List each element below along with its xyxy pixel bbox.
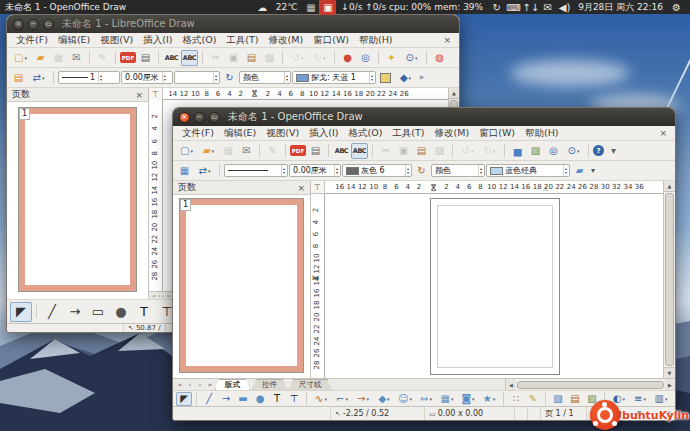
spinner[interactable]: ▴▾ [98,72,103,83]
edit-points-icon[interactable]: ∷ [508,392,524,406]
help-icon[interactable]: ? [593,145,604,156]
rectangle-icon[interactable]: ▭ [87,302,109,322]
mail-icon[interactable]: ✉ [539,0,556,15]
close-button[interactable]: × [13,19,24,30]
maximize-button[interactable]: ▭ [209,112,220,123]
document-page[interactable] [430,198,560,375]
menu-item[interactable]: 插入(I) [304,127,343,140]
next-tab-icon[interactable]: › [195,381,205,389]
spinner[interactable]: ▴▾ [405,165,410,176]
maximize-button[interactable]: ▭ [43,19,54,30]
callouts-icon[interactable]: ◙ [458,392,478,406]
shadow-icon[interactable] [377,70,394,86]
scrollbar-thumb[interactable] [665,193,674,366]
email-icon[interactable]: ✉ [238,143,255,159]
session-gear-icon[interactable]: ⚙ [668,0,685,15]
menu-item[interactable]: 窗口(W) [474,127,520,140]
toolbar-options-icon[interactable]: ▾ [605,143,622,159]
line-width-input[interactable]: 0.00厘米 ▴▾ [121,71,173,84]
volume-icon[interactable]: ◀) [556,0,573,15]
scroll-left-icon[interactable]: ◀ [506,379,516,390]
help-icon[interactable]: ◍ [431,50,448,66]
ruler-origin-icon[interactable]: ⊤ [311,181,325,194]
edit-file-icon[interactable]: ✎ [264,143,281,159]
insert-picture-icon[interactable]: ▨ [550,392,566,406]
connector-icon[interactable]: ⌐ [332,392,352,406]
vertical-text-icon[interactable]: ⊤ [286,392,302,406]
cut-icon[interactable]: ✂ [207,50,224,66]
toolbar-overflow-icon[interactable]: » [417,73,426,82]
scroll-down-icon[interactable]: ▼ [664,367,675,378]
edit-points-toggle-icon[interactable]: ▦ [176,163,193,179]
scrollbar-thumb[interactable] [517,381,664,389]
undo-icon[interactable]: ↺ [457,143,478,159]
panel-close-icon[interactable]: × [297,183,305,193]
keyboard-icon[interactable]: ⌨ [505,0,522,15]
menu-item[interactable]: 文件(F) [177,127,219,140]
next-tab-icon[interactable]: › [162,292,164,299]
spellcheck-icon[interactable]: ABC [163,50,180,66]
spinner[interactable]: ▴▾ [563,165,568,176]
first-tab-icon[interactable]: « [152,292,156,299]
spellcheck-icon[interactable]: ABC [333,143,350,159]
layer-tab-dimension-lines[interactable]: 尺寸线 [289,379,332,390]
titlebar[interactable]: × − ▭ 未命名 1 - OpenOffice Draw [173,108,675,126]
spinner[interactable]: ▴▾ [369,72,374,83]
auto-spellcheck-icon[interactable]: ABC [181,50,198,66]
shadow-icon[interactable]: ▰ [571,163,588,179]
gallery-icon[interactable]: ● [339,50,356,66]
print-icon[interactable]: ▤ [307,143,324,159]
menu-item[interactable]: 文件(F) [11,34,53,47]
open-icon[interactable]: ▰ [32,50,49,66]
paintbrush-icon[interactable]: ▨ [431,143,448,159]
temperature-label[interactable]: 22℃ [276,2,298,12]
close-document-icon[interactable]: × [655,128,671,138]
line-style-select[interactable]: 1 ▴▾ [58,71,120,84]
recorder-icon[interactable]: ▣ [319,0,336,15]
email-icon[interactable]: ✉ [68,50,85,66]
flowchart-icon[interactable]: ▦ [437,392,457,406]
basic-shapes-icon[interactable]: ◆ [374,392,394,406]
panel-close-icon[interactable]: × [135,90,143,100]
redo-icon[interactable]: ↻ [309,50,330,66]
redo-icon[interactable]: ↻ [479,143,500,159]
zoom-icon[interactable]: ⊙ [563,143,584,159]
arrow-icon[interactable]: → [64,302,86,322]
copy-icon[interactable]: ▣ [225,50,242,66]
styles-icon[interactable]: ▤ [10,70,27,86]
zoom-icon[interactable]: ⊙ [401,50,422,66]
titlebar[interactable]: × − ▭ 未命名 1 - LibreOffice Draw [7,15,459,33]
edit-file-icon[interactable]: ✎ [94,50,111,66]
arrow-style-icon[interactable]: ⇄ [28,70,49,86]
undo-icon[interactable]: ↺ [287,50,308,66]
clock-label[interactable]: 9月28日 周六 22:16 [578,1,663,14]
layer-tab-layout[interactable]: 版式 [215,379,250,390]
new-document-icon[interactable]: ▢ [10,50,31,66]
spinner[interactable]: ▴▾ [162,72,167,83]
horizontal-ruler[interactable]: 1412108642 ⋈ 2468101214161820222426 [163,88,448,100]
menu-item[interactable]: 编辑(E) [219,127,261,140]
menu-item[interactable]: 工具(T) [387,127,429,140]
horizontal-scrollbar[interactable]: ◀ ▶ [505,379,675,390]
ellipse-icon[interactable]: ● [110,302,132,322]
toolbar-options-icon[interactable]: ▾ [589,166,597,175]
open-icon[interactable]: ▰ [198,143,219,159]
paintbrush-icon[interactable]: ▨ [261,50,278,66]
line-icon[interactable]: ╱ [201,392,217,406]
select-icon[interactable]: ◤ [10,302,32,322]
rotate-icon[interactable]: ↻ [221,70,238,86]
fill-style-select[interactable]: 颜色 ▴▾ [239,71,291,84]
export-pdf-icon[interactable]: PDF [290,145,306,156]
auto-spellcheck-icon[interactable]: ABC [351,143,368,159]
3d-effects-icon[interactable]: ◆ [395,70,416,86]
fill-color-select[interactable]: 蓝色经典 ▴▾ [486,164,570,177]
menu-item[interactable]: 修改(M) [264,34,309,47]
minimize-button[interactable]: − [28,19,39,30]
spinner[interactable]: ▴▾ [281,165,286,176]
menu-item[interactable]: 窗口(W) [308,34,354,47]
spinner[interactable]: ▴▾ [478,165,483,176]
lines-arrows-icon[interactable]: → [353,392,373,406]
first-tab-icon[interactable]: « [175,381,185,389]
save-icon[interactable]: ▦ [50,50,67,66]
menu-item[interactable]: 视图(V) [261,127,304,140]
